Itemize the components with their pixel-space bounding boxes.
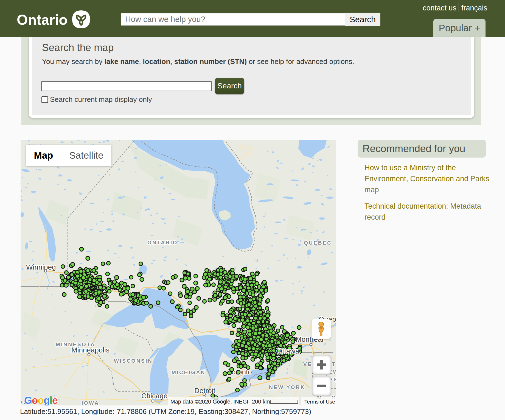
svg-text:Chicago: Chicago (141, 392, 167, 400)
svg-text:Winnipeg: Winnipeg (26, 263, 56, 271)
svg-text:MICHIGAN: MICHIGAN (172, 369, 206, 375)
svg-text:WISCONSIN: WISCONSIN (114, 358, 153, 364)
svg-text:ONTARIO: ONTARIO (147, 240, 178, 245)
svg-text:Ottawa: Ottawa (277, 347, 299, 355)
svg-text:NEW YORK: NEW YORK (269, 384, 305, 390)
svg-text:IOWA: IOWA (82, 400, 99, 405)
svg-text:QUEBEC: QUEBEC (304, 240, 332, 246)
svg-text:Minneapolis: Minneapolis (71, 346, 110, 354)
